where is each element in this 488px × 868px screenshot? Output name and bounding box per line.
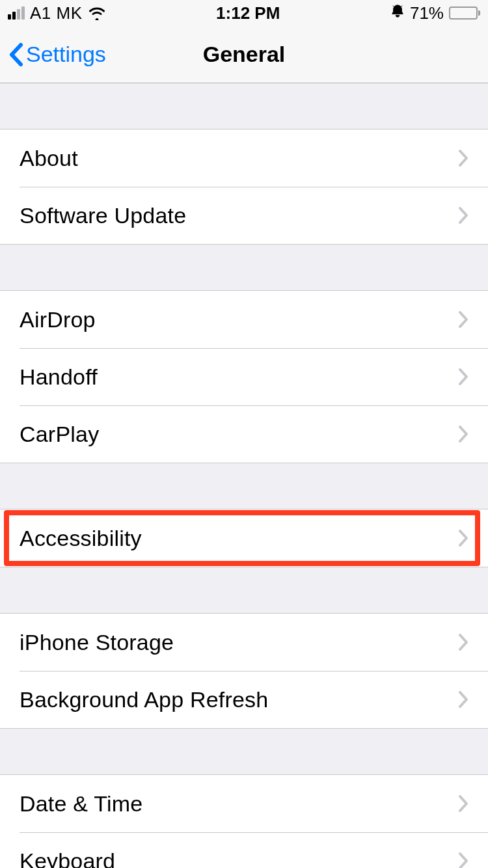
section-gap bbox=[0, 463, 488, 509]
chevron-right-icon bbox=[458, 368, 468, 386]
row-iphone-storage[interactable]: iPhone Storage bbox=[0, 614, 488, 671]
chevron-right-icon bbox=[458, 852, 468, 868]
chevron-right-icon bbox=[458, 690, 468, 709]
row-label: Keyboard bbox=[20, 848, 115, 869]
row-label: Handoff bbox=[20, 364, 98, 390]
chevron-right-icon bbox=[458, 425, 468, 443]
section-gap bbox=[0, 83, 488, 129]
chevron-right-icon bbox=[458, 633, 468, 651]
chevron-left-icon bbox=[8, 42, 23, 67]
row-label: CarPlay bbox=[20, 422, 99, 447]
settings-group: Date & Time Keyboard bbox=[0, 774, 488, 868]
settings-group: iPhone Storage Background App Refresh bbox=[0, 613, 488, 729]
row-carplay[interactable]: CarPlay bbox=[0, 405, 488, 463]
row-about[interactable]: About bbox=[0, 129, 488, 187]
row-label: Background App Refresh bbox=[20, 687, 268, 712]
row-background-app-refresh[interactable]: Background App Refresh bbox=[0, 671, 488, 728]
settings-group: Accessibility bbox=[0, 509, 488, 567]
section-gap bbox=[0, 729, 488, 774]
highlight-wrapper: Accessibility bbox=[0, 509, 488, 567]
chevron-right-icon bbox=[458, 310, 468, 329]
settings-group: AirDrop Handoff CarPlay bbox=[0, 290, 488, 463]
signal-icon bbox=[8, 7, 25, 20]
status-time: 1:12 PM bbox=[216, 3, 280, 23]
status-bar: A1 MK 1:12 PM 71% bbox=[0, 0, 488, 26]
row-label: Software Update bbox=[20, 203, 186, 228]
row-label: Date & Time bbox=[20, 791, 142, 817]
section-gap bbox=[0, 245, 488, 290]
chevron-right-icon bbox=[458, 529, 468, 547]
wifi-icon bbox=[88, 6, 106, 20]
battery-icon bbox=[449, 7, 480, 20]
status-right: 71% bbox=[390, 3, 480, 23]
row-label: iPhone Storage bbox=[20, 630, 174, 655]
row-date-time[interactable]: Date & Time bbox=[0, 775, 488, 832]
alarm-icon bbox=[390, 4, 405, 22]
settings-group: About Software Update bbox=[0, 129, 488, 245]
battery-percent: 71% bbox=[410, 3, 444, 23]
carrier-label: A1 MK bbox=[30, 3, 83, 23]
row-software-update[interactable]: Software Update bbox=[0, 187, 488, 244]
row-label: About bbox=[20, 146, 78, 171]
status-left: A1 MK bbox=[8, 3, 106, 23]
row-handoff[interactable]: Handoff bbox=[0, 348, 488, 405]
row-label: Accessibility bbox=[20, 526, 142, 551]
back-label: Settings bbox=[26, 42, 106, 67]
back-button[interactable]: Settings bbox=[0, 42, 106, 67]
row-keyboard[interactable]: Keyboard bbox=[0, 832, 488, 868]
nav-bar: Settings General bbox=[0, 26, 488, 83]
row-airdrop[interactable]: AirDrop bbox=[0, 291, 488, 348]
row-label: AirDrop bbox=[20, 307, 96, 332]
chevron-right-icon bbox=[458, 794, 468, 813]
chevron-right-icon bbox=[458, 206, 468, 224]
chevron-right-icon bbox=[458, 149, 468, 167]
section-gap bbox=[0, 567, 488, 613]
row-accessibility[interactable]: Accessibility bbox=[0, 509, 488, 567]
